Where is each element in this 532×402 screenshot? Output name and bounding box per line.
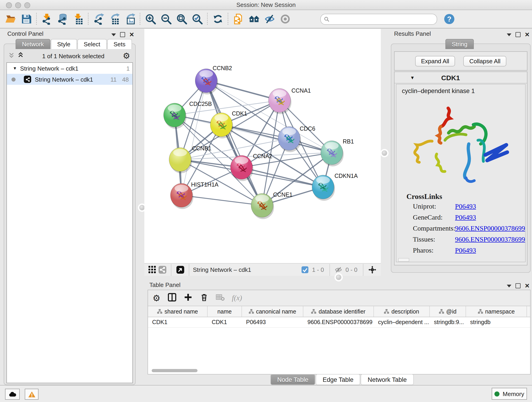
crosslink-value-link[interactable]: P06493 [455,247,476,254]
node-CDKN1A[interactable]: CDKN1A [312,172,358,201]
expand-all-button[interactable]: Expand All [415,56,455,66]
tab-node-table[interactable]: Node Table [270,374,315,385]
table-cell[interactable]: cyclin–dependent ... [374,317,430,327]
import-database-button[interactable] [55,12,70,26]
crosslink-value-link[interactable]: P06493 [455,203,476,211]
bottom-splitter-handle[interactable] [336,274,341,280]
tab-network[interactable]: Network [16,39,50,49]
table-cell[interactable]: CDK1 [148,317,208,327]
zoom-fit-button[interactable] [174,12,189,26]
refresh-button[interactable] [210,12,225,26]
grid-icon[interactable] [147,265,157,275]
node-CCNA2[interactable]: CCNA2 [230,153,272,181]
network-canvas[interactable]: CCNB2CCNA1CDC25BCDK1CDC6RB1CCNB1CCNA2CDK… [144,29,381,263]
network-collection-row[interactable]: ▼ String Network – cdk1 1 [7,63,133,74]
section-expander-icon[interactable]: ▼ [410,75,415,80]
columns-icon[interactable] [168,293,177,303]
import-network-button[interactable] [39,12,55,26]
home-species-button[interactable] [246,12,262,26]
panel-close-icon[interactable]: ✕ [525,32,530,37]
network-row[interactable]: String Network – cdk1 11 48 [7,74,133,85]
export-table-button[interactable] [106,12,122,26]
edge-CCNB2-HIST1H1A[interactable] [181,81,206,195]
gear-icon[interactable]: ⚙ [152,294,160,302]
table-cell[interactable]: CDK1 [208,317,242,327]
export-image-button[interactable] [122,12,138,26]
string-app-icon[interactable] [157,265,167,275]
node-CCNB1[interactable]: CCNB1 [169,145,211,173]
crosslink-value-link[interactable]: 9606.ENSP00000378699 [455,225,525,232]
delete-column-icon[interactable] [200,293,209,303]
table-cell[interactable]: P06493 [242,317,303,327]
warning-button[interactable] [25,389,38,400]
horizontal-scrollbar[interactable] [152,369,197,372]
table-cell[interactable]: 9606.ENSP00000378699 [303,317,374,327]
show-eye-button[interactable] [277,12,293,26]
node-CCNB2[interactable]: CCNB2 [195,65,232,95]
crosslink-value-link[interactable]: 9606.ENSP00000378699 [455,236,525,243]
collapse-all-icon[interactable] [8,52,15,60]
panel-close-icon[interactable]: ✕ [525,283,530,288]
column-header-id[interactable]: @id [430,306,466,317]
search-input[interactable] [320,13,437,25]
column-header-sharedname[interactable]: shared name [148,306,208,317]
help-button[interactable]: ? [443,13,455,25]
table-cell[interactable]: stringdb:9... [430,317,466,327]
node-CDC25B[interactable]: CDC25B [164,101,212,129]
export-network-button[interactable] [91,12,106,26]
tab-select[interactable]: Select [77,39,107,49]
string-network-icon [24,76,31,83]
collapse-all-button[interactable]: Collapse All [463,56,507,66]
open-new-window-icon[interactable] [175,265,185,275]
tab-style[interactable]: Style [51,39,77,49]
selected-checkbox-icon[interactable] [300,265,310,275]
node-CDC6[interactable]: CDC6 [278,125,315,152]
birdseye-icon[interactable] [367,265,377,275]
panel-close-icon[interactable]: ✕ [129,32,134,37]
left-splitter-handle[interactable] [139,205,145,211]
zoom-selected-button[interactable] [189,12,205,26]
tree-expander-icon[interactable]: ▼ [13,66,17,70]
panel-float-icon[interactable] [515,283,520,288]
add-column-icon[interactable] [184,293,192,303]
right-splitter-handle[interactable] [382,150,387,156]
tab-string[interactable]: String [445,39,474,49]
column-header-description[interactable]: description [374,306,430,317]
tab-edge-table[interactable]: Edge Table [316,374,360,385]
crosslink-value-link[interactable]: P06493 [455,214,476,221]
column-header-canonicalname[interactable]: canonical name [242,306,303,317]
memory-button[interactable]: Memory [492,388,527,400]
export-image-icon [124,13,135,25]
mini-scrollbar[interactable] [398,258,409,262]
panel-collapse-icon[interactable] [507,33,511,36]
string-import-button[interactable] [230,12,246,26]
node-HIST1H1A[interactable]: HIST1H1A [171,181,219,209]
save-session-button[interactable] [18,12,34,26]
table-cell[interactable]: stringdb [466,317,527,327]
open-session-button[interactable] [3,12,18,26]
edge-CCNE1-HIST1H1A[interactable] [181,195,262,205]
column-header-name[interactable]: name [208,306,242,317]
column-header-databaseidentifier[interactable]: database identifier [303,306,374,317]
expand-collapse-bar: Expand All Collapse All [394,51,527,70]
node-CCNE1[interactable]: CCNE1 [251,191,293,219]
panel-collapse-icon[interactable] [111,33,116,36]
tab-network-table[interactable]: Network Table [361,374,414,385]
gear-icon[interactable]: ⚙ [123,52,130,60]
column-header-namespace[interactable]: namespace [466,306,527,317]
table-row[interactable]: CDK1CDK1P064939606.ENSP00000378699cyclin… [148,317,530,328]
cloud-button[interactable] [5,389,20,400]
hidden-eye-icon[interactable] [334,265,344,275]
zoom-in-button[interactable] [143,12,158,26]
panel-float-icon[interactable] [120,32,125,37]
node-RB1[interactable]: RB1 [321,138,354,166]
panel-float-icon[interactable] [515,32,520,37]
gene-section-header[interactable]: ▼ CDK1 [394,72,527,83]
zoom-out-button[interactable] [158,12,174,26]
import-table-button[interactable] [70,12,86,26]
node-CDK1[interactable]: CDK1 [210,110,247,138]
expand-all-icon[interactable] [17,52,24,60]
panel-collapse-icon[interactable] [507,284,511,287]
tab-sets[interactable]: Sets [107,39,132,49]
hide-glasses-button[interactable] [262,12,277,26]
